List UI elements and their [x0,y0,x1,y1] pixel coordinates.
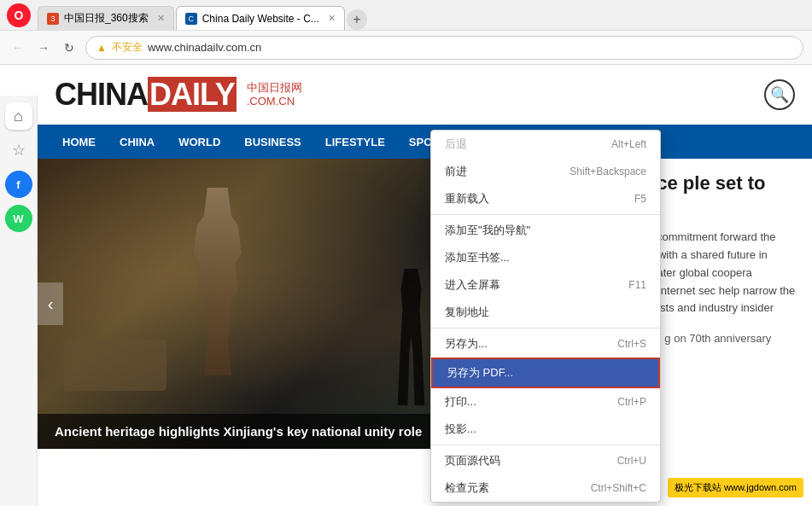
tab-favicon-cd: C [185,13,197,25]
tab-label-cd: China Daily Website - C... [202,13,319,25]
home-sidebar-button[interactable]: ⌂ [5,102,32,130]
url-text: www.chinadailv.com.cn [148,41,261,54]
tab-360[interactable]: 3 中国日报_360搜索 ✕ [38,6,174,30]
back-button[interactable]: ← [9,38,27,57]
opera-logo[interactable]: O [7,3,31,27]
ctx-cast[interactable]: 投影... [431,416,660,443]
hero-prev-button[interactable]: ‹ [38,282,63,325]
logo-chinese: 中国日报网 .COM.CN [247,81,302,108]
ctx-inspect[interactable]: 检查元素 Ctrl+Shift+C [431,474,660,502]
watermark-badge: 极光下载站 www.jgdown.com [668,478,803,497]
ctx-back[interactable]: 后退 Alt+Left [431,131,660,158]
site-navigation: HOME CHINA WORLD BUSINESS LIFESTYLE SPOR… [38,125,812,159]
tab-close-360[interactable]: ✕ [157,13,165,24]
messenger-sidebar-button[interactable]: f [5,171,32,198]
browser-sidebar: ⌂ ☆ f W [0,96,38,506]
nav-home[interactable]: HOME [50,125,108,159]
site-logo: CHINADAILY 中国日报网 .COM.CN [55,77,302,113]
ctx-add-bookmark[interactable]: 添加至书签... [431,244,660,271]
context-menu: 后退 Alt+Left 前进 Shift+Backspace 重新载入 F5 添… [430,130,661,503]
ctx-save-as[interactable]: 另存为... Ctrl+S [431,330,660,358]
new-tab-button[interactable]: + [347,9,367,30]
security-icon: ▲ [96,42,107,54]
site-header: CHINADAILY 中国日报网 .COM.CN 🔍 [38,65,812,125]
logo-china: CHINADAILY [55,77,237,113]
ctx-fullscreen[interactable]: 进入全屏幕 F11 [431,271,660,299]
nav-lifestyle[interactable]: LIFESTYLE [313,125,397,159]
person-silhouette [394,269,429,405]
tabs-area: 3 中国日报_360搜索 ✕ C China Daily Website - C… [38,0,805,30]
ctx-view-source[interactable]: 页面源代码 Ctrl+U [431,447,660,474]
nav-world[interactable]: WORLD [166,125,232,159]
ctx-divider-2 [431,328,660,329]
artifact-decoration [64,340,166,391]
title-bar: O 3 中国日报_360搜索 ✕ C China Daily Website -… [0,0,812,31]
whatsapp-sidebar-button[interactable]: W [5,205,32,232]
address-bar: ← → ↻ ▲ 不安全 www.chinadailv.com.cn [0,31,812,65]
url-bar[interactable]: ▲ 不安全 www.chinadailv.com.cn [85,36,803,60]
ctx-reload[interactable]: 重新载入 F5 [431,185,660,212]
ctx-copy-addr[interactable]: 复制地址 [431,299,660,326]
ctx-divider-3 [431,445,660,445]
ctx-add-nav[interactable]: 添加至"我的导航" [431,217,660,244]
tab-label-360: 中国日报_360搜索 [64,11,149,26]
nav-china[interactable]: CHINA [108,125,166,159]
bookmarks-sidebar-button[interactable]: ☆ [5,137,32,164]
forward-button[interactable]: → [34,38,53,57]
ctx-forward[interactable]: 前进 Shift+Backspace [431,158,660,185]
statue-decoration [184,188,252,375]
ctx-divider-1 [431,214,660,215]
refresh-button[interactable]: ↻ [60,38,79,57]
tab-close-cd[interactable]: ✕ [328,13,336,24]
browser-frame: O 3 中国日报_360搜索 ✕ C China Daily Website -… [0,0,812,506]
main-content: Ancient heritage highlights Xinjiang's k… [38,159,812,449]
nav-business[interactable]: BUSINESS [232,125,313,159]
tab-favicon-360: 3 [47,13,59,25]
insecure-label: 不安全 [112,40,143,55]
main-layout: ⌂ ☆ f W CHINADAILY 中国日报网 .COM.CN 🔍 [0,65,812,506]
search-button[interactable]: 🔍 [764,79,795,110]
section-sub: Xi g on 70th anniversary [651,332,771,345]
ctx-print[interactable]: 打印... Ctrl+P [431,388,660,416]
tab-chinadaily[interactable]: C China Daily Website - C... ✕ [176,6,345,30]
chinadaily-website: CHINADAILY 中国日报网 .COM.CN 🔍 HOME CHINA WO… [38,65,812,506]
website-content: CHINADAILY 中国日报网 .COM.CN 🔍 HOME CHINA WO… [38,65,812,506]
ctx-save-pdf[interactable]: 另存为 PDF... [431,358,660,388]
